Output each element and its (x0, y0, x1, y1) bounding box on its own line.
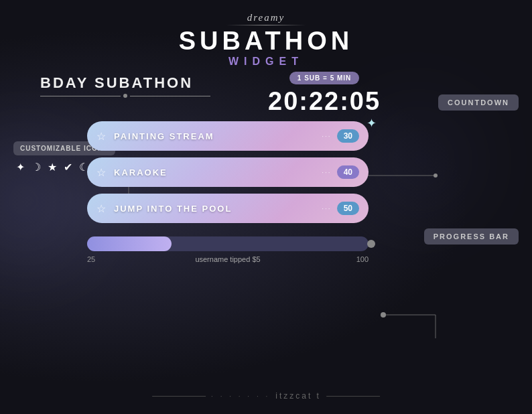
progress-bar-label: PROGRESS BAR (424, 228, 519, 245)
goal-count-2: 40 (337, 165, 359, 179)
countdown-time: 20:22:05 (268, 87, 381, 116)
progress-start: 25 (87, 255, 95, 263)
main-title: SUBATHON (0, 27, 532, 56)
progress-section: 25 100 username tipped $5 (87, 236, 369, 263)
goal-item-2: ☆ KARAOKE ··· 40 (87, 157, 369, 187)
footer-line-left (152, 396, 206, 397)
goal-icon-1: ☆ (96, 130, 106, 143)
countdown-value: 20:22:05 (268, 87, 381, 116)
goal-item-1: ☆ PAINTING STREAM ··· 30 ✦ (87, 121, 369, 151)
countdown-section: 1 SUB = 5 MIN 20:22:05 (268, 71, 381, 116)
goal-item-3: ☆ JUMP INTO THE POOL ··· 50 (87, 194, 369, 223)
goal-dots-2: ··· (322, 169, 331, 176)
goal-icon-3: ☆ (96, 202, 106, 215)
progress-end-dot (367, 240, 375, 248)
goal-dots-1: ··· (322, 133, 331, 140)
title-underline (40, 94, 210, 98)
subathon-title-section: BDAY SUBATHON (40, 74, 210, 98)
goal-count-1: 30 (337, 129, 359, 143)
goal-icon-2: ☆ (96, 166, 106, 179)
goal-name-2: KARAOKE (114, 167, 322, 178)
goals-list: ☆ PAINTING STREAM ··· 30 ✦ ☆ KARAOKE ···… (87, 121, 369, 263)
dreamy-label: dreamy (0, 12, 532, 23)
footer-username: itzzcat t (275, 391, 321, 401)
goal-count-3: 50 (337, 202, 359, 215)
title-line-right (130, 96, 210, 96)
progress-fill (87, 236, 172, 251)
subathon-title-text: BDAY SUBATHON (40, 74, 210, 92)
header-divider (226, 25, 306, 25)
title-dot (123, 94, 127, 98)
goal-dots-3: ··· (322, 205, 331, 212)
progress-track (87, 236, 369, 251)
icon-star4: ✦ (16, 161, 25, 174)
goal-name-3: JUMP INTO THE POOL (114, 204, 322, 214)
title-line-left (40, 96, 121, 96)
footer: · · · · · · · itzzcat t (152, 391, 380, 401)
goal-name-1: PAINTING STREAM (114, 131, 322, 141)
header: dreamy SUBATHON WIDGET (0, 0, 532, 68)
progress-end: 100 (356, 255, 369, 263)
icon-star: ★ (48, 161, 57, 174)
footer-dots: · · · · · · · (211, 393, 270, 400)
sub-badge: 1 SUB = 5 MIN (289, 72, 360, 84)
subtitle: WIDGET (0, 56, 532, 68)
countdown-label-box: COUNTDOWN (438, 94, 519, 111)
footer-line-right (326, 396, 380, 397)
goal-star-badge-1: ✦ (367, 116, 377, 131)
icon-crescent: ☽ (31, 161, 41, 174)
progress-tip-text: username tipped $5 (195, 255, 260, 263)
icon-check: ✔ (64, 161, 72, 174)
